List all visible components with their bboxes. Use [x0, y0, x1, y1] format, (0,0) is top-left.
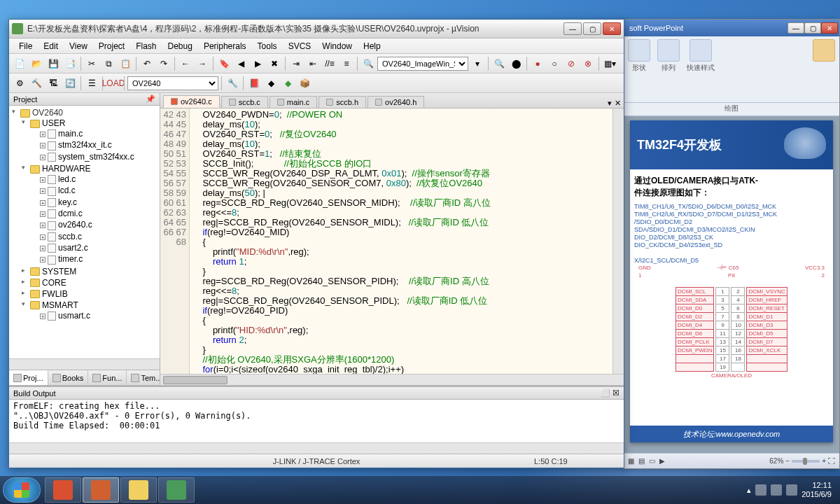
tree-group-hardware[interactable]: HARDWARE+led.c+lcd.c+key.c+dcmi.c+ov2640… — [20, 163, 158, 266]
tree-file[interactable]: +system_stm32f4xx.c — [30, 151, 158, 162]
zoom-in-icon[interactable]: + — [822, 457, 826, 465]
build-output-body[interactable]: FromELF: creating hex file... "..\OBJ\OV… — [9, 400, 624, 442]
maximize-button[interactable]: ▢ — [583, 22, 601, 35]
download-icon[interactable]: LOAD — [106, 76, 121, 91]
build-close-icon[interactable]: ☒ — [612, 388, 620, 397]
save-all-icon[interactable]: 📑 — [62, 56, 78, 71]
bottom-tab[interactable]: Books — [48, 370, 89, 385]
tree-group-core[interactable]: CORE — [20, 277, 158, 288]
breakpoint-icon[interactable]: ⬤ — [508, 56, 524, 71]
task-explorer[interactable] — [120, 477, 157, 503]
taskbar-clock[interactable]: 12:11 2015/6/9 — [802, 481, 832, 499]
ribbon-group[interactable]: 排列 — [657, 39, 680, 73]
system-tray[interactable]: ▴ 12:11 2015/6/9 — [741, 481, 837, 499]
tree-target[interactable]: OV2640USER+main.c+stm32f4xx_it.c+system_… — [10, 107, 158, 323]
build-icon[interactable]: 🔨 — [29, 76, 44, 91]
paste-icon[interactable]: 📋 — [118, 56, 133, 71]
insert-breakpoint-icon[interactable]: ● — [530, 56, 545, 71]
menu-tools[interactable]: Tools — [252, 41, 283, 51]
indent-icon[interactable]: ⇥ — [288, 56, 304, 71]
ribbon-group[interactable]: 形状 — [628, 39, 650, 73]
menu-svcs[interactable]: SVCS — [283, 41, 317, 51]
tab-list-dropdown-icon[interactable]: ▾ — [608, 99, 612, 108]
tree-group-fwlib[interactable]: FWLIB — [20, 288, 158, 300]
ppt-maximize-button[interactable]: ▢ — [804, 22, 821, 34]
manage-books-icon[interactable]: 📕 — [246, 76, 262, 91]
tree-file[interactable]: +usart2.c — [30, 242, 158, 253]
file-tab[interactable]: ov2640.c — [163, 95, 220, 108]
bookmark-next-icon[interactable]: ▶ — [250, 56, 265, 71]
tree-file[interactable]: +main.c — [30, 128, 158, 139]
file-tab[interactable]: sccb.c — [221, 96, 268, 108]
tree-file[interactable]: +dcmi.c — [30, 208, 158, 219]
menu-project[interactable]: Project — [93, 41, 130, 51]
disable-breakpoint-icon[interactable]: ⊘ — [564, 56, 579, 71]
tree-file[interactable]: +ov2640.c — [30, 219, 158, 230]
file-tab[interactable]: main.c — [270, 96, 317, 108]
redo-icon[interactable]: ↷ — [156, 56, 172, 71]
tab-close-icon[interactable]: ✕ — [615, 99, 621, 108]
build-pin-icon[interactable]: ⬜ — [601, 388, 610, 397]
ppt-view-sorter-icon[interactable]: ▤ — [638, 457, 645, 465]
options-icon[interactable]: 🔧 — [225, 76, 240, 91]
ppt-view-normal-icon[interactable]: ▦ — [628, 457, 634, 465]
tree-file[interactable]: +timer.c — [30, 253, 158, 265]
manage-rte-icon[interactable]: ◆ — [280, 76, 295, 91]
code-lines[interactable]: OV2640_PWDN=0; //POWER ON delay_ms(10); … — [190, 108, 612, 374]
build-all-icon[interactable]: 🏗 — [46, 76, 61, 91]
build-hscrollbar[interactable] — [9, 442, 624, 454]
translate-icon[interactable]: ⚙ — [12, 76, 27, 91]
tree-group-system[interactable]: SYSTEM — [20, 266, 158, 277]
tree-file[interactable]: +lcd.c — [30, 185, 158, 196]
tray-flag-icon[interactable] — [755, 484, 766, 496]
ppt-title-bar[interactable]: soft PowerPoint — ▢ ✕ — [624, 20, 839, 36]
file-tab[interactable]: ov2640.h — [368, 96, 424, 108]
start-button[interactable] — [3, 477, 41, 503]
debug-icon[interactable]: 🔍 — [491, 56, 507, 71]
menu-help[interactable]: Help — [358, 41, 386, 51]
editor-hscrollbar[interactable] — [160, 374, 624, 385]
find-in-files-icon[interactable]: 🔍 — [360, 56, 376, 71]
keil-title-bar[interactable]: E:\开发板光盘资料\探索者\A盘\4，程序源码\2，标准例程-库函数版本\实验… — [9, 20, 624, 38]
save-icon[interactable]: 💾 — [46, 56, 61, 71]
task-powerpoint[interactable] — [83, 477, 119, 503]
tree-group-user[interactable]: USER+main.c+stm32f4xx_it.c+system_stm32f… — [20, 118, 158, 163]
bookmark-icon[interactable]: 🔖 — [216, 56, 232, 71]
tree-group-msmart[interactable]: MSMART+usmart.c — [20, 300, 158, 322]
batch-build-icon[interactable]: ☰ — [84, 76, 99, 91]
pack-installer-icon[interactable]: 📦 — [297, 76, 312, 91]
task-pdf[interactable] — [45, 477, 81, 503]
menu-peripherals[interactable]: Peripherals — [198, 41, 252, 51]
bottom-tab[interactable]: Fun... — [88, 370, 127, 385]
manage-components-icon[interactable]: ◆ — [263, 76, 279, 91]
close-button[interactable]: ✕ — [603, 22, 621, 35]
pin-icon[interactable]: 📌 — [146, 94, 155, 104]
menu-edit[interactable]: Edit — [38, 41, 64, 51]
rebuild-icon[interactable]: 🔄 — [62, 76, 78, 91]
fit-icon[interactable]: ⛶ — [828, 457, 835, 465]
ppt-minimize-button[interactable]: — — [788, 22, 804, 34]
menu-window[interactable]: Window — [316, 41, 358, 51]
tray-volume-icon[interactable] — [786, 484, 797, 496]
bottom-tab[interactable]: Proj... — [9, 370, 48, 385]
nav-back-icon[interactable]: ← — [178, 56, 193, 71]
tray-expand-icon[interactable]: ▴ — [747, 486, 751, 495]
enable-breakpoint-icon[interactable]: ○ — [547, 56, 562, 71]
find-icon[interactable] — [813, 39, 835, 62]
project-tree[interactable]: OV2640USER+main.c+stm32f4xx_it.c+system_… — [9, 106, 160, 358]
menu-file[interactable]: File — [13, 41, 38, 51]
tree-hscrollbar[interactable] — [9, 358, 160, 370]
menu-debug[interactable]: Debug — [162, 41, 198, 51]
open-file-icon[interactable]: 📂 — [29, 56, 44, 71]
menu-flash[interactable]: Flash — [130, 41, 162, 51]
tree-file[interactable]: +sccb.c — [30, 231, 158, 242]
ppt-slide-area[interactable]: TM32F4开发板 通过OLED/CAMERA接口与ATK- 件连接原理图如下：… — [624, 116, 839, 453]
ribbon-group[interactable]: 快速样式 — [687, 39, 715, 73]
zoom-slider[interactable] — [792, 460, 820, 463]
window-layout-icon[interactable]: ▦▾ — [602, 56, 617, 71]
file-tab[interactable]: sccb.h — [318, 96, 366, 108]
kill-breakpoints-icon[interactable]: ⊗ — [580, 56, 596, 71]
bookmark-prev-icon[interactable]: ◀ — [233, 56, 248, 71]
comment-icon[interactable]: //≡ — [322, 56, 337, 71]
minimize-button[interactable]: — — [564, 22, 582, 35]
